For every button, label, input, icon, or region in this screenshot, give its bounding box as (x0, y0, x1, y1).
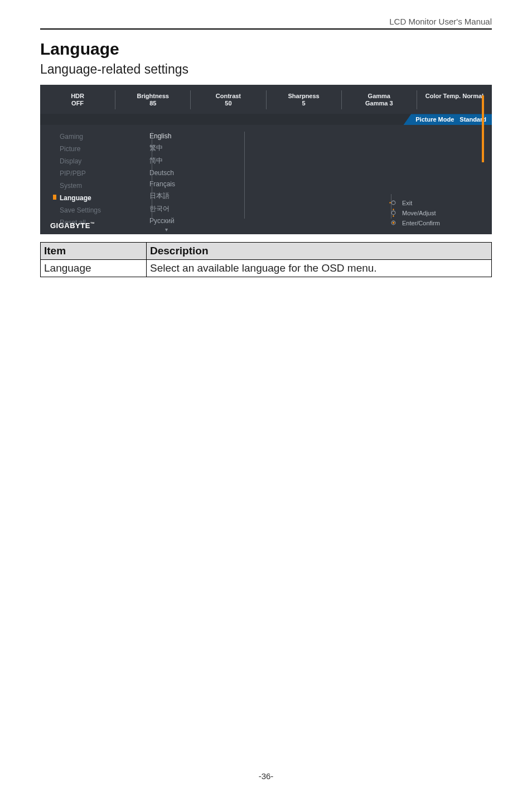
osd-status-label: Color Temp. Normal (420, 93, 489, 100)
scroll-down-icon: ▾ (149, 226, 230, 233)
osd-status-label: Sharpness (270, 93, 338, 100)
table-row: Language Select an available language fo… (41, 260, 492, 277)
brand-logo: GIGABYTE™ (50, 221, 95, 230)
osd-hint-panel: Exit Move/Adjust Enter/Confirm (389, 197, 484, 229)
osd-status-value: 5 (270, 100, 338, 107)
table-cell-desc: Select an available language for the OSD… (147, 260, 492, 277)
joystick-press-icon (389, 219, 398, 227)
sidebar-item-display[interactable]: Display (53, 155, 141, 167)
svg-point-1 (391, 211, 395, 215)
joystick-updown-icon (389, 209, 398, 217)
option-english[interactable]: English (149, 131, 230, 142)
table-header-description: Description (147, 243, 492, 260)
hint-label: Move/Adjust (402, 210, 436, 216)
accent-bar (482, 95, 484, 162)
osd-status-label: Gamma (345, 93, 413, 100)
hint-label: Enter/Confirm (402, 220, 440, 226)
option-russian[interactable]: Pyccкий (149, 215, 230, 226)
table-cell-item: Language (41, 260, 147, 277)
section-subheading: Language-related settings (40, 62, 492, 77)
table-header-row: Item Description (41, 243, 492, 260)
divider (244, 132, 245, 219)
page-number: -36- (0, 771, 532, 781)
option-simp-chinese[interactable]: 简中 (149, 154, 230, 167)
section-heading: Language (40, 40, 492, 59)
sidebar-item-gaming[interactable]: Gaming (53, 131, 141, 143)
divider (152, 132, 152, 219)
joystick-left-icon (389, 199, 398, 207)
page-header: LCD Monitor User's Manual (40, 17, 492, 30)
osd-screenshot: HDR OFF Brightness 85 Contrast 50 Sharpn… (40, 85, 492, 234)
sidebar-item-language[interactable]: Language (53, 192, 141, 204)
osd-status-label: Contrast (194, 93, 262, 100)
sidebar-item-pippbp[interactable]: PIP/PBP (53, 167, 141, 180)
osd-status-value: 50 (194, 100, 262, 107)
osd-sidebar: Gaming Picture Display PIP/PBP System La… (40, 125, 141, 234)
osd-status-colortemp: Color Temp. Normal (417, 90, 492, 109)
osd-body: Gaming Picture Display PIP/PBP System La… (40, 125, 492, 234)
osd-status-value: Gamma 3 (345, 100, 413, 107)
hint-label: Exit (402, 200, 412, 206)
osd-picture-mode-badge: Picture Mode Standard (403, 114, 492, 125)
osd-status-contrast: Contrast 50 (190, 90, 265, 109)
sidebar-item-picture[interactable]: Picture (53, 143, 141, 155)
osd-picture-mode-row: Picture Mode Standard (40, 114, 492, 125)
hint-exit: Exit (389, 199, 484, 207)
svg-point-3 (393, 222, 394, 224)
osd-status-label: HDR OFF (43, 93, 112, 107)
picture-mode-label: Picture Mode (415, 116, 454, 123)
svg-point-0 (391, 201, 395, 205)
osd-status-value: 85 (119, 100, 187, 107)
table-header-item: Item (41, 243, 147, 260)
osd-status-sharpness: Sharpness 5 (266, 90, 341, 109)
osd-status-hdr: HDR OFF (40, 90, 115, 109)
option-japanese[interactable]: 日本語 (149, 190, 230, 202)
option-trad-chinese[interactable]: 繁中 (149, 142, 230, 154)
osd-status-bar: HDR OFF Brightness 85 Contrast 50 Sharpn… (40, 85, 492, 114)
osd-status-brightness: Brightness 85 (115, 90, 190, 109)
sidebar-item-save-settings[interactable]: Save Settings (53, 204, 141, 216)
sidebar-item-system[interactable]: System (53, 180, 141, 192)
osd-language-options: English 繁中 简中 Deutsch Français 日本語 한국어 P… (141, 125, 230, 234)
description-table: Item Description Language Select an avai… (40, 242, 492, 277)
hint-enter-confirm: Enter/Confirm (389, 219, 484, 227)
option-francais[interactable]: Français (149, 178, 230, 190)
osd-status-label: Brightness (119, 93, 187, 100)
hint-move-adjust: Move/Adjust (389, 209, 484, 217)
option-deutsch[interactable]: Deutsch (149, 167, 230, 178)
osd-status-gamma: Gamma Gamma 3 (341, 90, 417, 109)
option-korean[interactable]: 한국어 (149, 202, 230, 215)
